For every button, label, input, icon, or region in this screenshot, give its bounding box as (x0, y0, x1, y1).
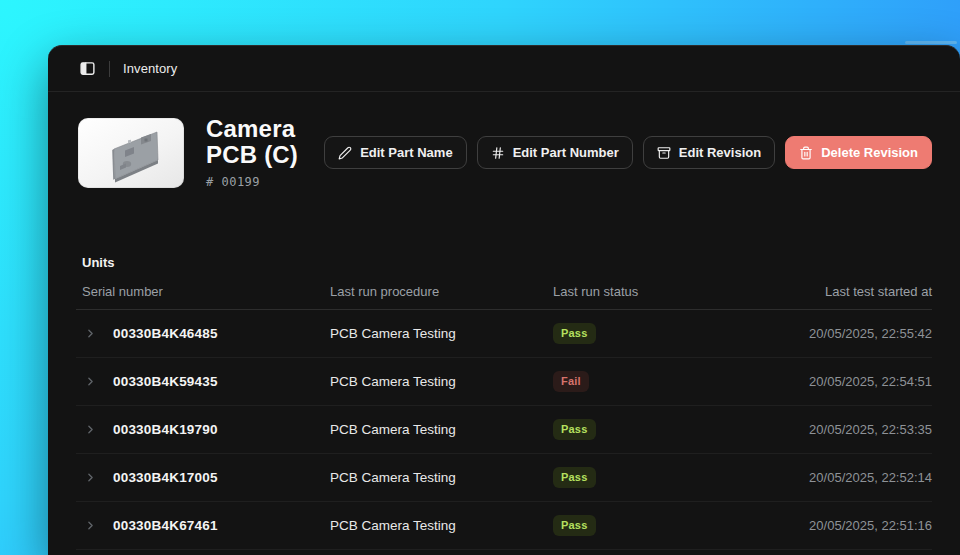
status-badge: Pass (553, 323, 596, 344)
part-number: # 00199 (206, 175, 324, 189)
hash-icon (491, 146, 505, 160)
table-row[interactable]: 00330B4K19790 PCB Camera Testing Pass 20… (76, 406, 932, 454)
last-run-procedure: PCB Camera Testing (330, 422, 553, 437)
last-run-procedure: PCB Camera Testing (330, 374, 553, 389)
serial-number: 00330B4K46485 (113, 326, 218, 341)
table-row[interactable]: 00330B4K17005 PCB Camera Testing Pass 20… (76, 454, 932, 502)
table-row[interactable]: 00330B4K67461 PCB Camera Testing Pass 20… (76, 502, 932, 550)
last-test-started-at: 20/05/2025, 22:52:14 (753, 470, 932, 485)
status-badge: Pass (553, 515, 596, 536)
topbar: Inventory (48, 46, 960, 92)
serial-number: 00330B4K67461 (113, 518, 218, 533)
serial-number: 00330B4K59435 (113, 374, 218, 389)
chevron-right-icon[interactable] (84, 471, 100, 484)
sidebar-toggle-button[interactable] (78, 60, 96, 78)
last-test-started-at: 20/05/2025, 22:54:51 (753, 374, 932, 389)
pencil-icon (338, 146, 352, 160)
sidebar-panel-icon (79, 60, 96, 77)
last-run-procedure: PCB Camera Testing (330, 470, 553, 485)
part-meta: Camera PCB (C) # 00199 (206, 116, 324, 189)
serial-number: 00330B4K19790 (113, 422, 218, 437)
table-body: 00330B4K46485 PCB Camera Testing Pass 20… (76, 310, 932, 550)
edit-part-number-button[interactable]: Edit Part Number (477, 136, 633, 169)
column-header-last-run-procedure: Last run procedure (330, 284, 553, 299)
column-header-last-test-started-at: Last test started at (753, 284, 932, 299)
background-window-edge (905, 41, 957, 44)
part-header: Camera PCB (C) # 00199 Edit Part Name Ed… (48, 92, 960, 189)
desktop-background: Inventory Camera PCB (C) # 00199 (0, 0, 960, 555)
table-row[interactable]: 00330B4K59435 PCB Camera Testing Fail 20… (76, 358, 932, 406)
units-section: Units Serial number Last run procedure L… (48, 255, 960, 550)
table-row[interactable]: 00330B4K46485 PCB Camera Testing Pass 20… (76, 310, 932, 358)
chevron-right-icon[interactable] (84, 327, 100, 340)
column-header-last-run-status: Last run status (553, 284, 753, 299)
last-test-started-at: 20/05/2025, 22:55:42 (753, 326, 932, 341)
part-actions: Edit Part Name Edit Part Number Edit Rev… (324, 136, 932, 169)
breadcrumb: Inventory (123, 61, 177, 76)
table-header-row: Serial number Last run procedure Last ru… (76, 280, 932, 310)
serial-number: 00330B4K17005 (113, 470, 218, 485)
pcb-3d-render-image (78, 118, 184, 188)
status-badge: Pass (553, 467, 596, 488)
edit-part-name-button[interactable]: Edit Part Name (324, 136, 466, 169)
status-badge: Pass (553, 419, 596, 440)
part-thumbnail[interactable] (78, 118, 184, 188)
topbar-divider (109, 61, 110, 77)
column-header-serial-number: Serial number (76, 284, 330, 299)
page-title: Camera PCB (C) (206, 116, 324, 168)
archive-icon (657, 146, 671, 160)
delete-revision-button[interactable]: Delete Revision (785, 136, 932, 169)
units-table: Serial number Last run procedure Last ru… (76, 280, 932, 550)
trash-icon (799, 146, 813, 160)
app-window: Inventory Camera PCB (C) # 00199 (48, 45, 960, 555)
last-test-started-at: 20/05/2025, 22:53:35 (753, 422, 932, 437)
chevron-right-icon[interactable] (84, 423, 100, 436)
last-test-started-at: 20/05/2025, 22:51:16 (753, 518, 932, 533)
edit-revision-button[interactable]: Edit Revision (643, 136, 775, 169)
last-run-procedure: PCB Camera Testing (330, 518, 553, 533)
units-section-label: Units (76, 255, 932, 270)
status-badge: Fail (553, 371, 589, 392)
chevron-right-icon[interactable] (84, 375, 100, 388)
last-run-procedure: PCB Camera Testing (330, 326, 553, 341)
chevron-right-icon[interactable] (84, 519, 100, 532)
